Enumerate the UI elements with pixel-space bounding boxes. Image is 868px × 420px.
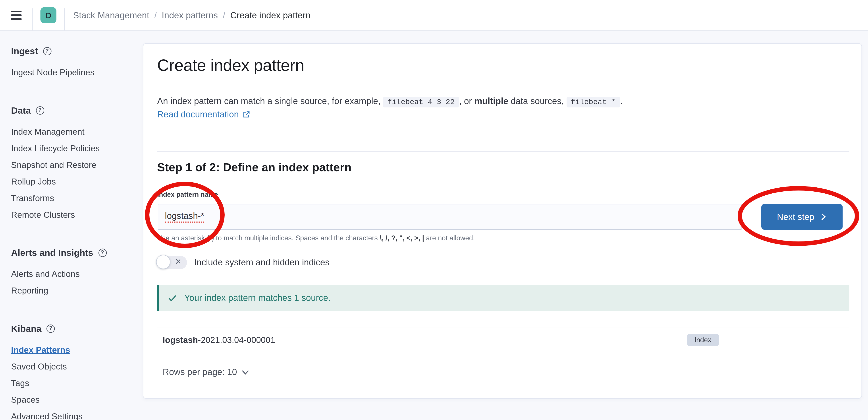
index-name: logstash-2021.03.04-000001 [163, 335, 275, 345]
nav-group-data: Data ? Index Management Index Lifecycle … [11, 104, 143, 223]
input-help-text: Use an asterisk (*) to match multiple in… [157, 234, 475, 242]
help-question-icon[interactable]: ? [46, 324, 55, 333]
nav-group-title-ingest: Ingest [11, 45, 38, 57]
index-pattern-name-label: Index pattern name [157, 191, 218, 198]
sidebar-item-remote-clusters[interactable]: Remote Clusters [11, 210, 75, 220]
chevron-right-icon [820, 213, 827, 221]
rows-per-page-selector[interactable]: Rows per page: 10 [157, 367, 249, 377]
external-link-icon [242, 111, 250, 118]
section-divider [157, 151, 849, 152]
sidebar-item-index-patterns[interactable]: Index Patterns [11, 345, 70, 355]
next-step-button[interactable]: Next step [761, 204, 843, 230]
breadcrumb-stack-management[interactable]: Stack Management [73, 10, 149, 20]
help-question-icon[interactable]: ? [98, 248, 107, 257]
nav-group-kibana: Kibana ? Index Patterns Saved Objects Ta… [11, 322, 143, 420]
page-title: Create index pattern [157, 56, 304, 75]
sidebar-item-reporting[interactable]: Reporting [11, 286, 48, 295]
nav-group-title-alerts-and-insights: Alerts and Insights [11, 247, 93, 259]
space-avatar[interactable]: D [40, 7, 57, 24]
step-heading: Step 1 of 2: Define an index pattern [157, 161, 351, 174]
create-index-pattern-panel: Create index pattern An index pattern ca… [143, 43, 862, 399]
sidebar-item-index-lifecycle-policies[interactable]: Index Lifecycle Policies [11, 144, 100, 153]
sidebar-item-rollup-jobs[interactable]: Rollup Jobs [11, 177, 56, 186]
sidebar-item-saved-objects[interactable]: Saved Objects [11, 362, 67, 371]
sidebar-item-snapshot-and-restore[interactable]: Snapshot and Restore [11, 160, 96, 170]
toggle-label: Include system and hidden indices [194, 258, 330, 268]
breadcrumb-create-index-pattern: Create index pattern [230, 10, 310, 20]
header-separator [64, 8, 65, 31]
header-separator [32, 8, 33, 31]
sidebar-item-spaces[interactable]: Spaces [11, 395, 40, 404]
page-description: An index pattern can match a single sour… [157, 95, 623, 109]
hidden-indices-toggle-row: ✕ Include system and hidden indices [157, 255, 330, 270]
chevron-down-icon [242, 369, 249, 376]
nav-group-title-data: Data [11, 104, 31, 116]
sidebar-item-tags[interactable]: Tags [11, 379, 29, 388]
code-example-filebeat-4-3-22: filebeat-4-3-22 [383, 97, 459, 108]
nav-group-ingest: Ingest ? Ingest Node Pipelines [11, 45, 143, 81]
code-example-filebeat-star: filebeat-* [566, 97, 620, 108]
breadcrumb: Stack Management / Index patterns / Crea… [73, 10, 311, 20]
top-header-bar: D Stack Management / Index patterns / Cr… [0, 0, 868, 31]
include-hidden-indices-toggle[interactable]: ✕ [157, 256, 187, 269]
kibana-app: D Stack Management / Index patterns / Cr… [0, 0, 868, 420]
table-divider [157, 353, 849, 354]
sidebar-item-alerts-and-actions[interactable]: Alerts and Actions [11, 269, 80, 279]
check-icon [168, 293, 177, 303]
nav-group-title-kibana: Kibana [11, 322, 41, 335]
sidebar-item-advanced-settings[interactable]: Advanced Settings [11, 412, 83, 420]
index-pattern-input-value: logstash-* [165, 211, 204, 223]
toggle-off-x-icon: ✕ [175, 257, 182, 266]
callout-text: Your index pattern matches 1 source. [184, 293, 331, 303]
read-documentation-link[interactable]: Read documentation [157, 110, 250, 120]
index-type-badge: Index [687, 334, 718, 346]
matched-index-row: logstash-2021.03.04-000001 Index [157, 328, 849, 353]
breadcrumb-index-patterns[interactable]: Index patterns [162, 10, 218, 20]
toggle-knob [156, 255, 170, 269]
sidebar-item-index-management[interactable]: Index Management [11, 127, 85, 136]
management-sidebar: Ingest ? Ingest Node Pipelines Data ? In… [0, 31, 143, 420]
help-question-icon[interactable]: ? [43, 47, 51, 55]
index-pattern-name-input[interactable]: logstash-* [158, 204, 742, 230]
nav-group-alerts-and-insights: Alerts and Insights ? Alerts and Actions… [11, 247, 143, 299]
menu-hamburger-icon[interactable] [11, 11, 22, 20]
help-question-icon[interactable]: ? [36, 106, 44, 114]
breadcrumb-separator: / [154, 10, 157, 20]
breadcrumb-separator: / [223, 10, 225, 20]
success-callout: Your index pattern matches 1 source. [157, 285, 849, 311]
sidebar-item-transforms[interactable]: Transforms [11, 193, 54, 203]
sidebar-item-ingest-node-pipelines[interactable]: Ingest Node Pipelines [11, 67, 94, 77]
